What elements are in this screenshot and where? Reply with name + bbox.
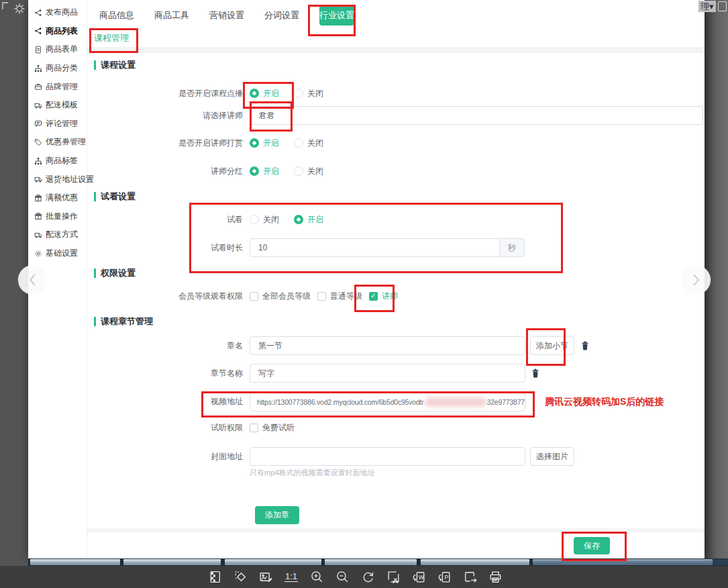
checkbox-checked-icon[interactable] [369, 292, 378, 301]
chevron-down-icon: ▾ [709, 1, 714, 11]
sidebar-item-basic-settings[interactable]: 基础设置 [28, 244, 87, 263]
sidebar-item-publish-product[interactable]: 发布商品 [28, 3, 87, 22]
sidebar-item-delivery-method[interactable]: 配送方式 [28, 226, 87, 244]
save-as-icon[interactable] [462, 569, 478, 585]
add-chapter-button[interactable]: 添加章 [255, 506, 299, 524]
radio-share-off[interactable]: 关闭 [294, 166, 323, 177]
image-to-word-icon[interactable]: W [411, 569, 427, 585]
delete-chapter-icon[interactable] [580, 340, 590, 351]
radio-icon[interactable] [294, 166, 303, 176]
unit-seconds: 秒 [500, 238, 525, 257]
tab-word-segmentation[interactable]: 分词设置 [264, 9, 299, 21]
window-tab[interactable] [325, 559, 417, 565]
divider-band [87, 47, 705, 53]
radio-reward-off[interactable]: 关闭 [294, 138, 323, 149]
tab-industry-settings[interactable]: 行业设置 [319, 5, 354, 26]
delete-section-icon[interactable] [530, 368, 541, 379]
sidebar-item-batch-operation[interactable]: 批量操作 [28, 207, 87, 226]
actual-size-icon[interactable]: 1:1 [283, 569, 299, 585]
field-label: 请选择讲师 [87, 110, 250, 121]
tab-bar: 商品信息 商品工具 营销设置 分词设置 行业设置 [87, 0, 705, 30]
image-to-pdf-icon[interactable]: P [436, 569, 452, 585]
row-share-toggle: 讲师分红 开启 关闭 [87, 163, 323, 179]
tab-product-tools[interactable]: 商品工具 [154, 9, 189, 21]
sidebar-item-product-list[interactable]: 商品列表 [28, 22, 87, 41]
chapter-name-input[interactable] [250, 336, 525, 355]
radio-share-on[interactable]: 开启 [250, 166, 279, 177]
window-tab[interactable] [30, 559, 120, 565]
chevron-right-icon [690, 272, 702, 288]
sitemap-icon [34, 157, 42, 165]
sidebar-item-coupon-management[interactable]: 优惠券管理 [28, 133, 87, 152]
window-tab[interactable] [225, 559, 321, 565]
background-toggle-icon[interactable] [207, 569, 223, 585]
checkbox-teacher[interactable]: 讲师 [369, 291, 398, 302]
section-name-input[interactable] [250, 364, 525, 383]
radio-icon[interactable] [294, 89, 303, 98]
footer-divider [87, 528, 705, 532]
sidebar-item-brand-management[interactable]: 品牌管理 [28, 77, 87, 96]
redacted-blur [425, 397, 486, 407]
smart-erase-icon[interactable] [232, 569, 248, 585]
radio-trial-off[interactable]: 关闭 [250, 214, 279, 226]
checkbox-icon[interactable] [250, 424, 258, 432]
sidebar-item-comment-management[interactable]: 评论管理 [28, 115, 87, 134]
radio-selected-icon[interactable] [250, 138, 259, 148]
video-url-input[interactable]: https://1300773886.vod2.myqcloud.com/6b5… [250, 393, 525, 411]
rotate-icon[interactable] [360, 569, 376, 585]
sidebar-item-full-discount[interactable]: 满额优惠 [28, 189, 87, 207]
tab-product-info[interactable]: 商品信息 [99, 9, 134, 21]
field-label: 是否开启课程点播 [87, 88, 250, 99]
radio-selected-icon[interactable] [250, 166, 259, 176]
cover-url-input[interactable] [250, 447, 525, 466]
checkbox-normal-level[interactable]: 普通等级 [317, 291, 362, 302]
sidebar-item-product-tags[interactable]: 商品标签 [28, 152, 87, 170]
checkbox-icon[interactable] [250, 292, 258, 301]
print-icon[interactable] [487, 569, 503, 585]
row-teacher: 请选择讲师 [87, 105, 703, 126]
radio-vod-off[interactable]: 关闭 [294, 88, 323, 99]
window-tab[interactable] [123, 559, 221, 565]
field-label: 试看时长 [87, 242, 250, 254]
crop-icon[interactable] [385, 569, 401, 585]
checkbox-free-audition[interactable]: 免费试听 [250, 422, 295, 434]
radio-reward-on[interactable]: 开启 [250, 138, 279, 149]
edit-image-icon[interactable] [258, 569, 274, 585]
window-icon [718, 1, 727, 11]
zoom-out-icon[interactable] [334, 569, 350, 585]
sidebar-item-product-category[interactable]: 商品分类 [28, 59, 87, 78]
add-section-button[interactable]: 添加小节 [530, 336, 574, 355]
checkbox-all-levels[interactable]: 全部会员等级 [250, 291, 311, 302]
sidebar-item-product-form[interactable]: 商品表单 [28, 40, 87, 59]
tag-icon [34, 138, 42, 146]
choose-image-button[interactable]: 选择图片 [530, 447, 574, 466]
field-label: 试听权限 [87, 422, 250, 434]
radio-selected-icon[interactable] [294, 215, 303, 224]
save-button[interactable]: 保存 [574, 537, 610, 554]
trial-duration-input[interactable] [250, 238, 500, 257]
section-title-chapters: 课程章节管理 [94, 317, 153, 326]
radio-icon[interactable] [250, 215, 259, 224]
field-label: 章名 [87, 340, 250, 352]
window-tab[interactable] [533, 559, 713, 565]
window-tab[interactable] [421, 559, 529, 565]
radio-icon[interactable] [294, 138, 303, 148]
teacher-input[interactable] [250, 106, 703, 125]
section-title-permission: 权限设置 [94, 268, 136, 278]
field-label: 章节名称 [87, 368, 250, 379]
previous-image-button[interactable] [18, 265, 48, 295]
main-panel: 商品信息 商品工具 营销设置 分词设置 行业设置 课程管理 课程设置 是否开启课… [87, 0, 705, 558]
next-image-button[interactable] [681, 265, 711, 295]
sidebar-item-return-address[interactable]: 退货地址设置 [28, 170, 87, 189]
viewer-topright-menu[interactable]: 理▾ [698, 0, 727, 12]
checkbox-icon[interactable] [317, 292, 326, 301]
share-icon [34, 27, 42, 35]
radio-trial-on[interactable]: 开启 [294, 214, 323, 226]
row-trial-duration: 试看时长 秒 [87, 238, 525, 258]
radio-vod-on[interactable]: 开启 [250, 88, 279, 99]
image-viewer-app: 理▾ 发布商品 商品列表 商品表单 商品分类 品牌管理 配送模板 评论管理 优惠… [0, 0, 728, 588]
sidebar-item-delivery-template[interactable]: 配送模板 [28, 96, 87, 115]
zoom-in-icon[interactable] [309, 569, 325, 585]
radio-selected-icon[interactable] [250, 89, 259, 98]
tab-marketing-settings[interactable]: 营销设置 [209, 9, 244, 21]
